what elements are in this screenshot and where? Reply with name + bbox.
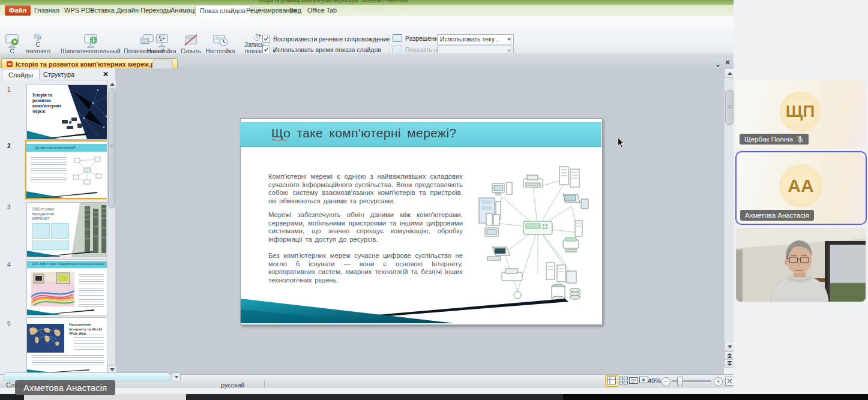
zoom-in-icon[interactable]: + (714, 377, 723, 386)
participant-video (736, 228, 866, 302)
slide-paragraph[interactable]: Мережі забезпечують обмін даними між ком… (268, 211, 463, 243)
thumb-number: 2 (7, 143, 11, 149)
language-indicator[interactable]: русский (221, 381, 244, 389)
thumb-swoosh (27, 308, 107, 315)
ribbon: С начала С текущего слайда Широковещател… (0, 16, 734, 53)
avatar: ЩП (780, 91, 821, 132)
thumb-text (74, 341, 104, 344)
pane-tab-row: Слайды Структура ✕ (0, 68, 115, 80)
bottom-bar-segment (563, 394, 868, 400)
thumb-diagram (71, 155, 103, 186)
zoom-level[interactable]: 49% (648, 377, 661, 384)
ribbon-tab-file[interactable]: Файл (5, 5, 31, 16)
document-tab-bar: Історія та розвиток комп'ютерних мереж.p… (0, 58, 734, 68)
ribbon-tab-row: Файл Главная WPS PDF Вставка Дизайн Пере… (0, 5, 734, 17)
zoom-out-icon[interactable]: − (662, 377, 671, 386)
fit-slide-to-window-icon[interactable] (725, 377, 734, 386)
bottom-bar-segment (186, 394, 563, 400)
participant-name-chip: Ахметова Анастасія (740, 210, 814, 221)
ribbon-bottom-edge (0, 53, 734, 58)
empty-tab-stub[interactable] (152, 59, 173, 69)
slide-thumbnail-1[interactable]: Історія та розвиток комп'ютерних мереж (26, 85, 108, 140)
scrollbar-thumb[interactable] (725, 90, 734, 125)
resolution-icon (393, 34, 402, 42)
thumb-text (79, 288, 104, 296)
thumb-text (79, 299, 104, 308)
checkmark-icon (264, 36, 269, 41)
strip-dropdown-icon[interactable] (172, 372, 181, 381)
broadcast-slideshow-icon (82, 34, 100, 48)
meeting-screen: Історія та розвиток комп'ютерних мереж.p… (0, 0, 868, 400)
resolution-dropdown[interactable]: Использовать теку... (437, 34, 514, 44)
participant-tile[interactable]: ЩП Щербак Поліна (736, 80, 866, 148)
slide-thumbnail-5[interactable]: Народження Інтернету та World Wide Web (26, 317, 108, 374)
tab-outline[interactable]: Структура (37, 70, 80, 80)
active-speaker-label: Ахметова Анастасія (15, 380, 115, 395)
thumb-map (27, 324, 64, 353)
slide-sorter-icon[interactable] (619, 377, 628, 384)
tab-bar-menu-icon[interactable] (714, 59, 722, 67)
pane-close-icon[interactable]: ✕ (101, 70, 110, 79)
slides-pane: Слайды Структура ✕ 1 Історія та (0, 68, 116, 374)
ribbon-tab-office-tab[interactable]: Office Tab (303, 5, 341, 16)
checkmark-icon (264, 47, 269, 52)
window-title: Історія та розвиток комп'ютерних мереж.p… (258, 0, 408, 4)
chevron-down-icon (507, 38, 511, 41)
thumb-number: 4 (7, 261, 11, 268)
rehearse-timings-icon (211, 34, 229, 48)
slide-swoosh-graphic (241, 294, 601, 323)
tab-slides[interactable]: Слайды (2, 70, 40, 80)
thumb-box (32, 223, 50, 239)
thumb-swoosh (26, 190, 108, 198)
chevron-down-icon (507, 50, 511, 52)
thumb-title: 1960-ті роки: народження ARPANET (32, 207, 71, 221)
main-scrollbar[interactable] (724, 68, 734, 366)
pane-scrollbar[interactable] (107, 80, 115, 374)
thumb-header: 1970–1980-ті роки: стандартизація та лок… (27, 261, 107, 268)
slide-thumbnail-2-selected[interactable]: Що таке комп'ютерні мережі? (25, 140, 109, 199)
slideshow-view-icon[interactable] (639, 377, 648, 384)
network-diagram-image[interactable] (475, 163, 600, 305)
spellcheck-squiggle (272, 139, 288, 141)
normal-view-icon[interactable] (607, 377, 616, 384)
thumb-swoosh (27, 249, 107, 257)
slide-paragraph[interactable]: Без комп'ютерних мереж сучасне цифрове с… (268, 252, 463, 284)
slide-thumbnail-4[interactable]: 1970–1980-ті роки: стандартизація та лок… (26, 259, 108, 315)
thumb-number: 1 (7, 86, 11, 93)
thumb-photo (71, 203, 107, 257)
divider (264, 380, 265, 387)
checkbox (262, 35, 270, 43)
thumb-text (74, 347, 104, 350)
thumb-title: 1970–1980-ті роки: стандартизація та лок… (32, 263, 107, 266)
tab-bar-close-icon[interactable]: ✕ (723, 58, 732, 67)
participant-video-tile[interactable] (736, 228, 866, 302)
avatar: АА (779, 164, 822, 207)
ribbon-tab-view[interactable]: Вид (285, 5, 306, 16)
slide-paragraph[interactable]: Комп'ютерні мережі є однією з найважливі… (268, 173, 463, 205)
scrollbar-thumb[interactable] (108, 89, 115, 208)
slideshow-from-beginning-icon (3, 34, 21, 48)
thumb-text (74, 335, 104, 338)
thumb-number: 5 (7, 320, 11, 327)
scroll-up-icon[interactable] (107, 80, 116, 89)
ribbon-tab-home[interactable]: Главная (30, 5, 64, 16)
document-tab[interactable]: Історія та розвиток комп'ютерних мереж.p… (1, 58, 178, 69)
mic-muted-icon (797, 136, 804, 143)
slide-thumbnail-3[interactable]: 1960-ті роки: народження ARPANET (26, 202, 108, 257)
thumb-text (32, 355, 104, 367)
thumb-number: 3 (7, 204, 11, 210)
play-narration-checkbox[interactable]: Воспроизвести речевое сопровождение (262, 35, 390, 43)
resolution-row: Разрешение: (393, 34, 444, 42)
slide-title[interactable]: Що таке комп'ютерні мережі? (271, 126, 457, 140)
thumb-header: Що таке комп'ютерні мережі? (26, 144, 108, 152)
from-current-slide-icon (29, 34, 47, 41)
thumb-title: Історія та розвиток комп'ютерних мереж (32, 92, 70, 114)
thumb-text (79, 274, 104, 285)
participant-tile-active-speaker[interactable]: АА Ахметова Анастасія (735, 151, 867, 225)
thumb-text (31, 177, 67, 184)
thumb-photo (31, 272, 74, 306)
reading-view-icon[interactable] (629, 377, 638, 384)
thumb-text (31, 168, 67, 175)
thumb-text (31, 157, 67, 166)
zoom-slider-thumb[interactable] (677, 377, 683, 386)
